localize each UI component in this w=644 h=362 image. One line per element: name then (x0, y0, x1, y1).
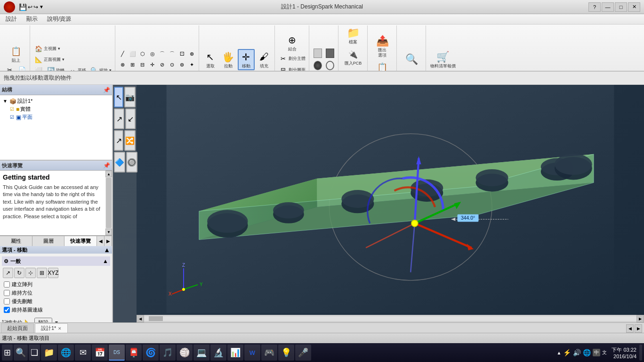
close-btn[interactable]: ✕ (628, 2, 640, 12)
file-btn[interactable]: 📁 檔案 (345, 25, 362, 46)
tab-next-btn[interactable]: ▶ (635, 324, 642, 333)
menu-design[interactable]: 設計 (2, 14, 21, 24)
fill-mode-btn[interactable]: 🖌 填充 (256, 49, 273, 70)
sketch-tool8-btn[interactable]: ⊕ (187, 49, 197, 59)
combine-btn[interactable]: ⊕ 結合 (278, 33, 307, 53)
face-tool-btn[interactable]: 🔷 (114, 152, 125, 173)
canvas-area[interactable]: ↖ 📷 ↗ ↙ ↗ 🔀 (113, 85, 644, 322)
download-3d-btn[interactable]: 🖥 下載 3D模型 (344, 68, 362, 72)
sketch-tool9-btn[interactable]: ⊗ (118, 60, 128, 70)
taskbar-app10[interactable]: 💡 (278, 345, 294, 361)
sketch-rect-btn[interactable]: ⬜ (128, 49, 137, 59)
tab-properties[interactable]: 屬性 (0, 236, 32, 246)
options-dropdown-icon[interactable]: ▼ (54, 320, 59, 322)
menu-view[interactable]: 顯示 (23, 14, 41, 24)
systray-network[interactable]: 🌐 (583, 349, 591, 356)
intersect-b-btn[interactable] (324, 48, 336, 59)
quickguide-scroll-thumb[interactable] (106, 178, 112, 228)
taskbar-mail[interactable]: ✉ (75, 345, 91, 361)
intersect-a-btn[interactable] (312, 48, 323, 59)
help-btn[interactable]: ? (588, 2, 601, 12)
camera-tool-btn[interactable]: 📷 (124, 87, 136, 107)
split-face-btn[interactable]: ⊟ 劃分圖面 (278, 65, 307, 72)
quick-undo[interactable]: ↩ (28, 4, 32, 10)
sketch-tool7-btn[interactable]: ⚀ (177, 49, 187, 59)
options-section-collapse[interactable]: ▲ (103, 258, 108, 264)
intersect-d-btn[interactable] (324, 60, 336, 71)
zoom-btn[interactable]: 🔍 縮放 ▾ (89, 65, 113, 72)
vertex-tool-btn[interactable]: 🔀 (124, 130, 136, 151)
rotate-btn[interactable]: 🔄 旋轉 (45, 65, 66, 72)
sketch-tool13-btn[interactable]: ⊘ (158, 60, 167, 70)
options-collapse-btn[interactable]: ▲ (104, 246, 110, 254)
copy-btn[interactable]: 📄 (16, 65, 28, 72)
taskbar-explorer[interactable]: 📁 (41, 345, 57, 361)
taskbar-app7[interactable]: 🔬 (210, 345, 226, 361)
pull-mode-btn[interactable]: 🖐 拉動 (220, 49, 237, 70)
home-view-btn[interactable]: 🏠 主視圖 ▾ (33, 43, 62, 54)
tree-root[interactable]: ▼ 📦 設計1* (2, 97, 110, 105)
systray-expand[interactable]: ▲ (557, 350, 562, 355)
paste-btn[interactable]: 📋 貼上 (6, 44, 26, 64)
tab-design1-close[interactable]: ✕ (58, 326, 62, 331)
body-tool-btn[interactable]: 🔘 (126, 152, 137, 173)
split-body-btn[interactable]: ✂ 劃分主體 (278, 54, 307, 64)
hscroll-left-btn[interactable]: ◀ (137, 315, 144, 322)
export-options-btn[interactable]: 📤 匯出選項 (374, 33, 391, 59)
hscroll-thumb[interactable] (149, 316, 163, 321)
sketch-tool12-btn[interactable]: ✛ (148, 60, 157, 70)
taskbar-excel[interactable]: 📊 (227, 345, 243, 361)
taskbar-word[interactable]: W (244, 345, 260, 361)
sketch-tool15-btn[interactable]: ⊛ (177, 60, 187, 70)
select-tool-btn[interactable]: ↖ (114, 87, 123, 107)
sketch-line-btn[interactable]: ╱ (118, 49, 128, 59)
cut-btn[interactable]: ✂ (4, 65, 16, 72)
taskbar-ds-mech[interactable]: DS (109, 345, 125, 361)
sketch-circle-btn[interactable]: ⬡ (138, 49, 147, 59)
task-view-btn[interactable]: ❏ (29, 345, 40, 361)
options-icon-a[interactable]: ↗ (3, 268, 13, 278)
sketch-tool6-btn[interactable]: ⌒ (168, 49, 177, 59)
tree-solid[interactable]: ☑ ■ 實體 (8, 105, 110, 113)
taskbar-app3[interactable]: 🌀 (143, 345, 159, 361)
hscroll-track[interactable] (144, 316, 636, 321)
taskbar-app11[interactable]: 🎤 (295, 345, 311, 361)
order-quote-btn[interactable]: 🛒 物料清單報價 (429, 49, 457, 70)
taskbar-calendar[interactable]: 📅 (92, 345, 108, 361)
taskbar-edge[interactable]: 🌐 (58, 345, 74, 361)
front-view-btn[interactable]: 📐 正面視圖 ▾ (33, 54, 66, 65)
sketch-view-btn[interactable]: ⬜ (33, 65, 44, 72)
tab-design1[interactable]: 設計1* ✕ (35, 323, 68, 333)
start-btn[interactable]: ⊞ (2, 345, 13, 361)
options-icon-d[interactable]: ⊞ (37, 268, 47, 278)
options-icon-c[interactable]: ⊹ (25, 268, 36, 278)
quick-save[interactable]: 💾 (19, 3, 27, 11)
systray-volume[interactable]: 🔊 (573, 349, 581, 356)
edge-tool-btn[interactable]: ↗ (114, 130, 123, 151)
sketch-tool10-btn[interactable]: ⊞ (128, 60, 137, 70)
pan-btn[interactable]: ↔ 平移 (67, 65, 88, 72)
options-default-btn[interactable]: 預設 (34, 318, 52, 322)
taskbar-app9[interactable]: 🎮 (261, 345, 277, 361)
taskbar-clock[interactable]: 下午 03:22 2016/10/4 (610, 346, 638, 359)
sketch-arc-btn[interactable]: ◎ (148, 49, 157, 59)
checkbox-orientation[interactable] (4, 290, 10, 296)
tab-home[interactable]: 起始頁面 (1, 323, 34, 333)
taskbar-app2[interactable]: 📮 (126, 345, 142, 361)
survey-btn[interactable]: 🔍 (403, 52, 420, 67)
quick-dropdown[interactable]: ▼ (39, 4, 44, 9)
select-mode-btn[interactable]: ↖ 選取 (202, 49, 219, 70)
tab-nav-right[interactable]: ▶ (105, 236, 112, 246)
checkbox-priority[interactable] (4, 298, 10, 304)
move-mode-btn[interactable]: ✛ 移動 (238, 49, 255, 70)
sketch-tool16-btn[interactable]: ✦ (187, 60, 197, 70)
taskbar-app6[interactable]: 💻 (193, 345, 209, 361)
structure-pin-btn[interactable]: 📌 (103, 87, 110, 93)
checkbox-sketch[interactable] (4, 307, 10, 313)
options-section-general[interactable]: ⚙ 一般 ▲ (2, 256, 110, 266)
intersect-c-btn[interactable] (312, 60, 323, 71)
quick-redo[interactable]: ↪ (33, 4, 38, 10)
snap-tool-btn[interactable]: ↙ (125, 108, 136, 129)
import-pcb-btn[interactable]: 🔌 匯入PCB (343, 47, 363, 67)
search-btn[interactable]: 🔍 (14, 345, 28, 361)
